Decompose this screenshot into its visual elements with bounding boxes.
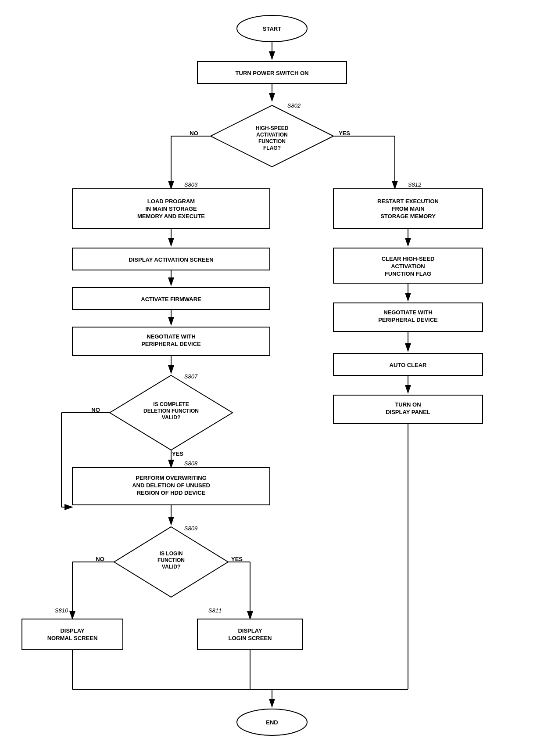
start-label: START [263, 25, 281, 32]
s811-process [197, 619, 303, 650]
s802-step-label: S802 [287, 102, 301, 109]
s815-text1: TURN ON [395, 401, 421, 408]
s807-text3: VALID? [162, 414, 180, 421]
s808-text1: PERFORM OVERWRITING [136, 475, 207, 481]
s803-text2: IN MAIN STORAGE [145, 205, 197, 212]
s813-text1: CLEAR HIGH-SEED [382, 256, 435, 262]
s802-yes-label: YES [339, 130, 350, 137]
end-label: END [266, 719, 278, 726]
s810-step-label: S810 [55, 607, 68, 614]
s809-text1: IS LOGIN [160, 551, 183, 557]
s813-text3: FUNCTION FLAG [385, 270, 431, 277]
s803-text1: LOAD PROGRAM [147, 198, 195, 205]
flowchart-container: START S801 TURN POWER SWITCH ON S802 HIG… [0, 0, 544, 756]
s809-text3: VALID? [162, 564, 180, 570]
s805-text: ACTIVATE FIRMWARE [141, 296, 201, 302]
s811-text2: LOGIN SCREEN [229, 635, 272, 641]
s802-text3: FUNCTION [258, 138, 286, 144]
s807-step-label: S807 [184, 373, 198, 380]
s812-text3: STORAGE MEMORY [380, 213, 436, 220]
s808-step-label: S808 [184, 460, 198, 467]
s812-step-label: S812 [408, 181, 422, 188]
s806-text1: NEGOTIATE WITH [147, 333, 196, 340]
s803-step-label: S803 [184, 181, 198, 188]
s809-step-label: S809 [184, 525, 197, 532]
s808-text3: REGION OF HDD DEVICE [137, 490, 206, 496]
s806-text2: PERIPHERAL DEVICE [141, 341, 201, 347]
s811-text1: DISPLAY [238, 627, 262, 634]
s812-text2: FROM MAIN [391, 205, 424, 212]
s802-text4: FLAG? [263, 145, 281, 151]
s804-text: DISPLAY ACTIVATION SCREEN [129, 256, 213, 263]
s815-text2: DISPLAY PANEL [386, 409, 430, 415]
s809-yes-label: YES [231, 556, 243, 562]
s801-text: TURN POWER SWITCH ON [236, 70, 309, 76]
s807-yes-label: YES [172, 450, 183, 457]
s810-text2: NORMAL SCREEN [47, 635, 98, 641]
s807-text1: IS COMPLETE [153, 401, 189, 407]
s809-no-label: NO [96, 556, 104, 562]
s813-text2: ACTIVATION [391, 263, 425, 270]
s810-process [22, 619, 123, 650]
s814-text1: NEGOTIATE WITH [383, 309, 433, 316]
s810-text1: DISPLAY [60, 627, 84, 634]
s808-text2: AND DELETION OF UNUSED [132, 482, 210, 489]
s802-text2: ACTIVATION [256, 132, 288, 138]
s809-text2: FUNCTION [157, 557, 185, 563]
s802-no-label: NO [190, 130, 198, 137]
s1001-text: AUTO CLEAR [390, 362, 427, 368]
s811-step-label: S811 [208, 607, 222, 614]
s802-text1: HIGH-SPEED [256, 125, 289, 131]
s812-text1: RESTART EXECUTION [377, 198, 439, 205]
s807-no-label: NO [91, 407, 100, 413]
s807-text2: DELETION FUNCTION [143, 408, 199, 414]
s814-text2: PERIPHERAL DEVICE [378, 317, 438, 323]
s803-text3: MEMORY AND EXECUTE [137, 213, 205, 220]
